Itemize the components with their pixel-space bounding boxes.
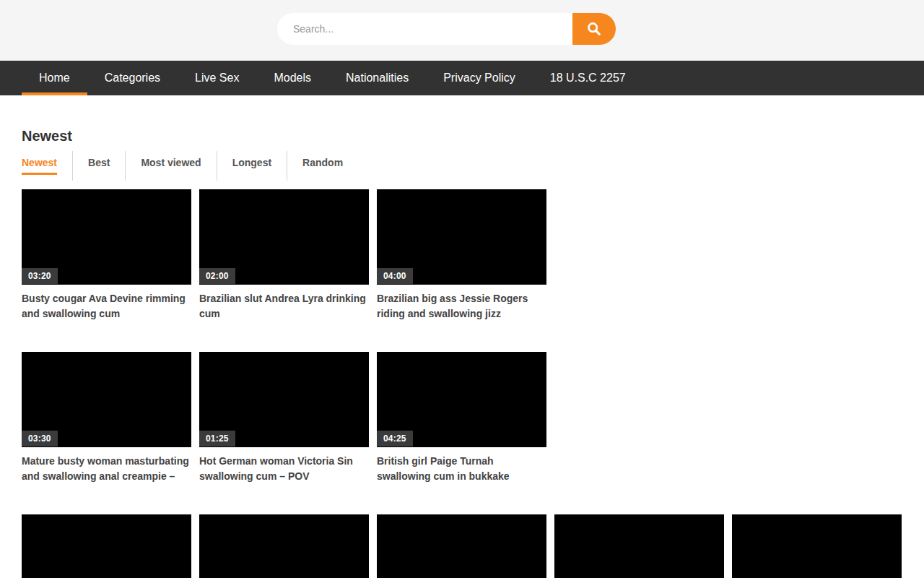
search-input[interactable]: [277, 13, 616, 45]
search-button[interactable]: [572, 13, 616, 45]
video-card: 03:30 Mature busty woman masturbating an…: [22, 352, 191, 514]
duration-badge: 02:00: [199, 268, 235, 284]
duration-badge: 04:00: [377, 268, 413, 284]
tab-label: Random: [302, 157, 343, 175]
video-title-link[interactable]: Brazilian big ass Jessie Rogers riding a…: [377, 291, 546, 322]
tab-most-viewed[interactable]: Most viewed: [126, 151, 217, 181]
video-thumbnail[interactable]: 03:20: [22, 189, 191, 285]
duration-badge: 03:20: [22, 268, 58, 284]
video-title-link[interactable]: Brazilian slut Andrea Lyra drinking cum: [199, 291, 369, 322]
video-card: [377, 514, 546, 578]
video-card: [22, 514, 191, 578]
tab-label: Most viewed: [141, 157, 201, 175]
search-form: [277, 13, 616, 45]
nav-item-home[interactable]: Home: [22, 61, 87, 95]
video-thumbnail[interactable]: 04:00: [377, 189, 546, 285]
video-card: [732, 514, 902, 578]
video-row: [22, 514, 902, 578]
video-thumbnail[interactable]: [554, 514, 724, 578]
tab-label: Newest: [22, 157, 57, 175]
video-card: [199, 514, 369, 578]
video-thumbnail[interactable]: [22, 514, 191, 578]
nav-item-categories[interactable]: Categories: [87, 61, 178, 95]
tab-longest[interactable]: Longest: [217, 151, 287, 181]
main-nav: Home Categories Live Sex Models National…: [0, 61, 924, 95]
video-row: 03:30 Mature busty woman masturbating an…: [22, 352, 902, 514]
nav-item-live-sex[interactable]: Live Sex: [178, 61, 256, 95]
nav-item-models[interactable]: Models: [256, 61, 328, 95]
video-card: 02:00 Brazilian slut Andrea Lyra drinkin…: [199, 189, 369, 352]
duration-badge: 01:25: [199, 431, 235, 447]
video-card: 04:00 Brazilian big ass Jessie Rogers ri…: [377, 189, 546, 352]
main-content: Newest Newest Best Most viewed Longest R…: [0, 128, 924, 578]
nav-item-privacy-policy[interactable]: Privacy Policy: [426, 61, 533, 95]
tab-best[interactable]: Best: [73, 151, 126, 181]
nav-item-18usc2257[interactable]: 18 U.S.C 2257: [533, 61, 643, 95]
video-thumbnail[interactable]: 04:25: [377, 352, 546, 447]
video-title-link[interactable]: Mature busty woman masturbating and swal…: [22, 454, 191, 484]
duration-badge: 03:30: [22, 431, 58, 447]
duration-badge: 04:25: [377, 431, 413, 447]
video-card: 01:25 Hot German woman Victoria Sin swal…: [199, 352, 369, 514]
tab-label: Best: [88, 157, 110, 175]
search-icon: [586, 21, 602, 37]
video-thumbnail[interactable]: 02:00: [199, 189, 369, 285]
video-thumbnail[interactable]: 03:30: [22, 352, 191, 447]
video-title-link[interactable]: Hot German woman Victoria Sin swallowing…: [199, 454, 369, 484]
site-header: [0, 0, 924, 61]
nav-item-nationalities[interactable]: Nationalities: [328, 61, 426, 95]
video-title-link[interactable]: British girl Paige Turnah swallowing cum…: [377, 454, 546, 484]
video-thumbnail[interactable]: [377, 514, 546, 578]
tab-newest[interactable]: Newest: [22, 151, 73, 181]
video-thumbnail[interactable]: [732, 514, 902, 578]
video-thumbnail[interactable]: 01:25: [199, 352, 369, 447]
page-title: Newest: [22, 128, 902, 144]
video-card: 03:20 Busty cougar Ava Devine rimming an…: [22, 189, 191, 352]
sort-tabs: Newest Best Most viewed Longest Random: [22, 151, 902, 181]
video-card: 04:25 British girl Paige Turnah swallowi…: [377, 352, 546, 514]
video-thumbnail[interactable]: [199, 514, 369, 578]
video-row: 03:20 Busty cougar Ava Devine rimming an…: [22, 189, 902, 352]
tab-label: Longest: [232, 157, 271, 175]
video-card: [554, 514, 724, 578]
tab-random[interactable]: Random: [287, 151, 358, 181]
video-title-link[interactable]: Busty cougar Ava Devine rimming and swal…: [22, 291, 191, 322]
